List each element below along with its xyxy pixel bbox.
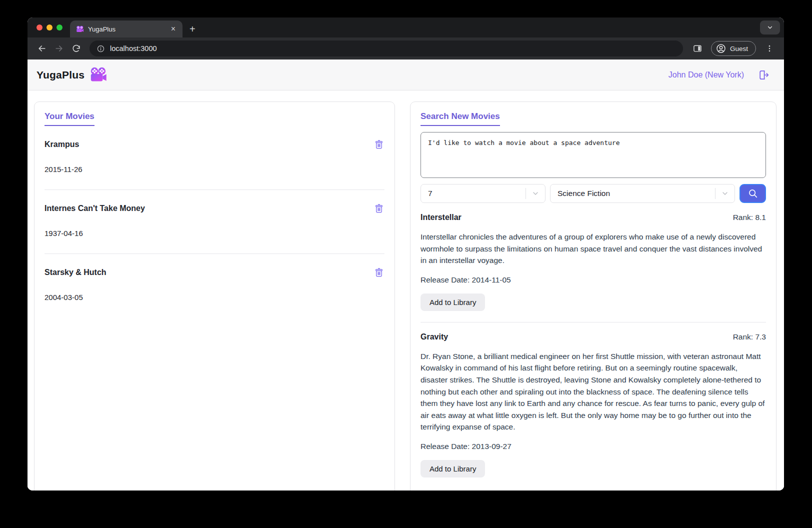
max-results-value: 7 [421,189,526,198]
forward-arrow-icon [54,44,64,54]
chevron-down-icon [716,190,734,198]
your-movies-panel: Your Movies Krampus 20 [34,102,395,490]
new-tab-button[interactable]: + [190,24,196,34]
browser-toolbar: localhost:3000 Guest [28,38,784,60]
side-panel-icon [692,44,702,54]
result-title: Interstellar [420,213,462,222]
tab-favicon-movie-camera-icon [76,26,84,33]
reload-icon [72,44,81,54]
tab-strip: YugaPlus × + [28,18,784,38]
search-icon [748,188,758,199]
reload-button[interactable] [68,40,84,57]
add-to-library-button[interactable]: Add to Library [420,294,485,311]
current-user-label: John Doe (New York) [668,70,744,80]
profile-button[interactable]: Guest [711,41,756,56]
result-release-date: Release Date: 2013-09-27 [420,442,766,451]
page: YugaPlus John Doe (New York) [28,60,784,490]
library-movie-date: 1937-04-16 [44,229,384,238]
side-panel-button[interactable] [689,40,706,57]
window-controls [28,18,70,38]
library-row: Internes Can't Take Money 1937-04-16 [44,190,384,254]
library-movie-title: Internes Can't Take Money [44,204,145,213]
delete-movie-button[interactable] [374,203,384,214]
logout-icon [757,68,770,82]
library-movie-title: Starsky & Hutch [44,268,106,277]
result-divider [420,322,766,322]
chevron-down-icon [526,190,545,198]
tab-title: YugaPlus [88,26,165,33]
library-movie-date: 2015-11-26 [44,165,384,174]
back-arrow-icon [37,44,47,54]
tab-yugaplus[interactable]: YugaPlus × [70,20,182,38]
profile-label: Guest [730,45,748,52]
search-query-input[interactable]: I'd like to watch a movie about a space … [420,132,766,178]
logout-button[interactable] [757,68,770,82]
tab-search-chevron-button[interactable] [760,20,780,34]
result-description: Dr. Ryan Stone, a brilliant medical engi… [420,350,766,433]
main-content: Your Movies Krampus 20 [28,90,784,490]
kebab-menu-icon [765,44,774,53]
search-result: Interstellar Rank: 8.1 Interstellar chro… [420,213,766,322]
back-button[interactable] [34,40,50,57]
search-title: Search New Movies [420,111,500,126]
address-bar[interactable]: localhost:3000 [90,40,683,56]
guest-avatar-icon [716,43,726,54]
trash-icon [374,267,384,278]
delete-movie-button[interactable] [374,139,384,150]
url-text: localhost:3000 [110,44,157,52]
app-logo: YugaPlus [36,67,108,83]
close-tab-icon[interactable]: × [169,24,178,34]
max-results-select[interactable]: 7 [420,184,546,203]
app-title: YugaPlus [36,69,84,81]
search-result: Gravity Rank: 7.3 Dr. Ryan Stone, a bril… [420,332,766,478]
search-button[interactable] [740,184,766,203]
result-title: Gravity [420,332,448,342]
site-info-icon [96,44,105,53]
movie-camera-icon [90,67,108,83]
chevron-down-icon [766,24,774,31]
search-controls: 7 Science Fiction [420,184,766,203]
minimize-window-button[interactable] [46,24,52,30]
zoom-window-button[interactable] [56,24,62,30]
search-panel: Search New Movies I'd like to watch a mo… [410,102,776,490]
library-row: Starsky & Hutch 2004-03-05 [44,254,384,318]
app-header: YugaPlus John Doe (New York) [28,60,784,90]
library-movie-title: Krampus [44,140,79,149]
add-to-library-button[interactable]: Add to Library [420,460,485,478]
browser-menu-button[interactable] [761,40,778,57]
genre-select[interactable]: Science Fiction [550,184,735,203]
result-rank: Rank: 8.1 [733,213,766,222]
genre-value: Science Fiction [550,189,715,198]
close-window-button[interactable] [36,24,42,30]
result-rank: Rank: 7.3 [733,332,766,342]
library-row: Krampus 2015-11-26 [44,126,384,190]
trash-icon [374,139,384,150]
library-movie-date: 2004-03-05 [44,293,384,302]
delete-movie-button[interactable] [374,267,384,278]
forward-button[interactable] [50,40,68,57]
your-movies-title: Your Movies [44,111,94,126]
trash-icon [374,203,384,214]
result-release-date: Release Date: 2014-11-05 [420,276,766,284]
result-description: Interstellar chronicles the adventures o… [420,231,766,266]
browser-window: YugaPlus × + localhost:3000 Guest [28,18,784,490]
